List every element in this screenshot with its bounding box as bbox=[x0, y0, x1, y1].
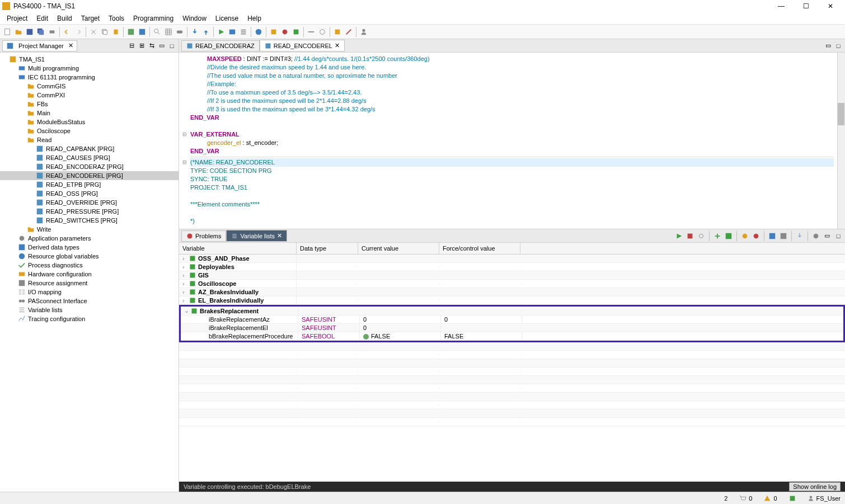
min-editor-icon[interactable]: ▭ bbox=[824, 41, 833, 50]
rebuild-icon[interactable] bbox=[137, 27, 147, 37]
var-group-oscilloscope[interactable]: ›Oscilloscope bbox=[179, 280, 845, 288]
expand-all-icon[interactable]: ⊞ bbox=[137, 41, 146, 50]
tree-prg-encoderel[interactable]: READ_ENCODEREL [PRG] bbox=[0, 171, 179, 180]
collapse-all-icon[interactable]: ⊟ bbox=[127, 41, 136, 50]
max-panel-icon[interactable]: □ bbox=[167, 41, 176, 50]
paste-icon[interactable] bbox=[111, 27, 121, 37]
new-icon[interactable] bbox=[2, 27, 12, 37]
close-tab-icon[interactable]: ✕ bbox=[335, 42, 340, 49]
user-icon[interactable] bbox=[359, 27, 369, 37]
close-panel-icon[interactable]: ✕ bbox=[68, 42, 73, 49]
tree-proc-diag[interactable]: Process diagnostics bbox=[0, 261, 179, 270]
add-var-icon[interactable] bbox=[724, 232, 733, 241]
var-row-bbrakeproc[interactable]: bBrakeReplacementProcedureSAFEBOOLFALSEF… bbox=[181, 332, 843, 341]
maximize-button[interactable]: ☐ bbox=[794, 0, 818, 12]
menu-window[interactable]: Window bbox=[178, 13, 211, 23]
status-connection[interactable] bbox=[788, 494, 796, 502]
tab-variable-lists[interactable]: Variable lists ✕ bbox=[226, 230, 287, 242]
tree-io-map[interactable]: I/O mapping bbox=[0, 288, 179, 296]
tree-var-lists[interactable]: Variable lists bbox=[0, 305, 179, 314]
tree-prg-capbank[interactable]: READ_CAPBANK [PRG] bbox=[0, 144, 179, 153]
settings-icon[interactable] bbox=[811, 232, 820, 241]
copy-icon[interactable] bbox=[100, 27, 110, 37]
status-warn[interactable]: 0 bbox=[763, 494, 777, 502]
tab-problems[interactable]: Problems bbox=[181, 230, 226, 242]
tree-folder-read[interactable]: Read bbox=[0, 135, 179, 144]
cut-icon[interactable] bbox=[88, 27, 98, 37]
force-icon[interactable] bbox=[740, 232, 749, 241]
expand-icon[interactable]: › bbox=[182, 297, 189, 304]
header-current[interactable]: Current value bbox=[358, 243, 439, 254]
expand-icon[interactable]: › bbox=[182, 280, 189, 287]
find-icon[interactable] bbox=[152, 27, 162, 37]
menu-license[interactable]: License bbox=[211, 13, 243, 23]
tree-folder-modulebus[interactable]: ModuleBusStatus bbox=[0, 117, 179, 126]
code-editor[interactable]: MAXSPEED : DINT := DINT#3; //1.44 deg/s*… bbox=[179, 53, 845, 229]
tree-prg-causes[interactable]: READ_CAUSES [PRG] bbox=[0, 153, 179, 162]
close-tab-icon[interactable]: ✕ bbox=[277, 232, 282, 239]
close-button[interactable]: ✕ bbox=[818, 0, 843, 12]
var-group-brakesreplacement[interactable]: ⌄BrakesReplacement bbox=[181, 307, 843, 315]
status-user[interactable]: FS_User bbox=[808, 495, 841, 502]
status-cart[interactable]: 0 bbox=[739, 494, 752, 502]
undo-icon[interactable] bbox=[62, 27, 72, 37]
save-all-icon[interactable] bbox=[36, 27, 46, 37]
variable-table[interactable]: Variable Data type Current value Force/c… bbox=[179, 243, 845, 482]
tree-prg-override[interactable]: READ_OVERRIDE [PRG] bbox=[0, 198, 179, 207]
tool2-icon[interactable] bbox=[280, 27, 290, 37]
header-variable[interactable]: Variable bbox=[179, 243, 297, 254]
var-group-elbrakes[interactable]: ›EL_BrakesIndividually bbox=[179, 296, 845, 305]
play-icon[interactable] bbox=[216, 27, 226, 37]
tree-prg-encoderaz[interactable]: READ_ENCODERAZ [PRG] bbox=[0, 162, 179, 171]
tree-root[interactable]: TMA_IS1 bbox=[0, 55, 179, 64]
list-icon[interactable] bbox=[238, 27, 248, 37]
editor-tab-encoderel[interactable]: READ_ENCODEREL ✕ bbox=[260, 40, 345, 51]
var-row-ibrakeaz[interactable]: iBrakeReplacementAzSAFEUSINT00 bbox=[181, 315, 843, 324]
tree-res-assign[interactable]: Resource assignment bbox=[0, 279, 179, 288]
tool3-icon[interactable] bbox=[291, 27, 301, 37]
max-bottom-icon[interactable]: □ bbox=[834, 232, 843, 241]
tool6-icon[interactable] bbox=[332, 27, 342, 37]
menu-tools[interactable]: Tools bbox=[104, 13, 129, 23]
max-editor-icon[interactable]: □ bbox=[834, 41, 843, 50]
tree-folder-main[interactable]: Main bbox=[0, 109, 179, 117]
var-group-deployables[interactable]: ›Deployables bbox=[179, 263, 845, 271]
build-icon[interactable] bbox=[126, 27, 136, 37]
fold-icon[interactable]: ⊟ bbox=[182, 158, 187, 167]
project-manager-tab[interactable]: Project Manager ✕ bbox=[2, 40, 77, 51]
minimize-button[interactable]: — bbox=[769, 0, 794, 12]
menu-project[interactable]: Project bbox=[2, 13, 32, 23]
header-datatype[interactable]: Data type bbox=[297, 243, 358, 254]
menu-help[interactable]: Help bbox=[243, 13, 266, 23]
tree-prg-etpb[interactable]: READ_ETPB [PRG] bbox=[0, 180, 179, 189]
refresh-icon[interactable] bbox=[697, 232, 706, 241]
view2-icon[interactable] bbox=[779, 232, 788, 241]
tree-iec-prog[interactable]: IEC 61131 programming bbox=[0, 73, 179, 82]
tree-prg-oss[interactable]: READ_OSS [PRG] bbox=[0, 189, 179, 198]
tree-app-params[interactable]: Application parameters bbox=[0, 234, 179, 243]
tree-prg-switches[interactable]: READ_SWITCHES [PRG] bbox=[0, 216, 179, 225]
link-icon[interactable]: ⇆ bbox=[147, 41, 156, 50]
tree-folder-commpxi[interactable]: CommPXI bbox=[0, 91, 179, 100]
var-group-gis[interactable]: ›GIS bbox=[179, 271, 845, 280]
download-icon[interactable] bbox=[190, 27, 200, 37]
tree-res-globals[interactable]: Resource global variables bbox=[0, 252, 179, 261]
var-group-azbrakes[interactable]: ›AZ_BrakesInvidually bbox=[179, 288, 845, 296]
tree-folder-osciloscope[interactable]: Osciloscope bbox=[0, 126, 179, 135]
tool5-icon[interactable] bbox=[317, 27, 327, 37]
tool1-icon[interactable] bbox=[269, 27, 279, 37]
fold-icon[interactable]: ⊟ bbox=[182, 130, 187, 139]
expand-icon[interactable]: › bbox=[182, 289, 189, 295]
expand-icon[interactable]: › bbox=[182, 255, 189, 262]
globe-icon[interactable] bbox=[254, 27, 264, 37]
menu-build[interactable]: Build bbox=[53, 13, 77, 23]
header-force[interactable]: Force/control value bbox=[439, 243, 520, 254]
open-icon[interactable] bbox=[13, 27, 24, 37]
view1-icon[interactable] bbox=[768, 232, 777, 241]
unforce-icon[interactable] bbox=[752, 232, 760, 241]
tree-tracing[interactable]: Tracing configuration bbox=[0, 314, 179, 323]
var-group-oss[interactable]: ›OSS_AND_Phase bbox=[179, 255, 845, 263]
var-row-ibrakeel[interactable]: iBrakeReplacementElSAFEUSINT0 bbox=[181, 324, 843, 332]
upload-icon[interactable] bbox=[201, 27, 211, 37]
tree-folder-fbs[interactable]: FBs bbox=[0, 100, 179, 109]
